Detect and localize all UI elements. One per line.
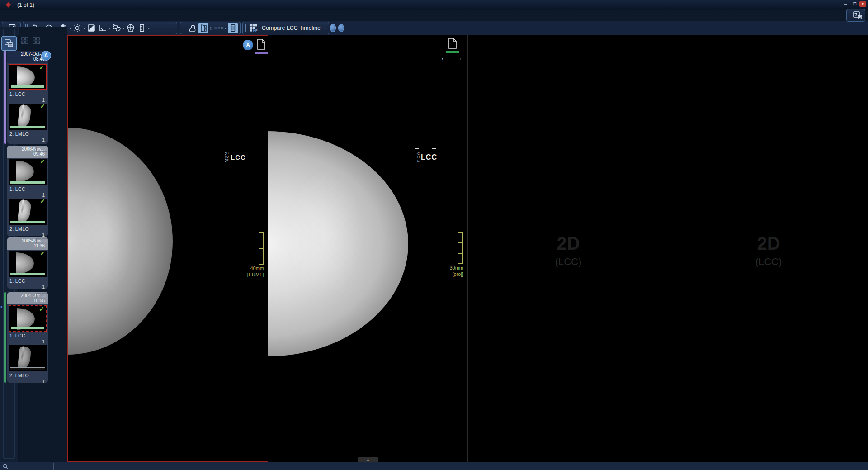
breast-mlo-image [17, 199, 31, 223]
caret-down-icon[interactable]: ▾ [148, 26, 150, 30]
document-underline-purple [255, 52, 268, 54]
thumbnail-label: 1. LCC [9, 186, 48, 192]
hanging-protocol-label[interactable]: Compare LCC Timeline [262, 25, 321, 31]
app-logo-icon [5, 2, 11, 8]
study-header[interactable]: 2007-Oct-... 08:46 A [7, 51, 48, 63]
ruler-mode: [proj] [436, 271, 463, 277]
scale-ruler [259, 232, 264, 265]
window-level-button[interactable] [72, 23, 82, 33]
viewport-4-empty[interactable]: 2D (LCC) [669, 35, 868, 462]
breast-marker-button[interactable] [187, 23, 197, 33]
thumbnail-lcc[interactable]: ✓ [9, 305, 47, 332]
page-1-box[interactable]: 1 [36, 238, 41, 243]
breast-measure-button[interactable] [198, 23, 208, 33]
thumbnail-lcc[interactable]: ✓ [9, 64, 47, 90]
study-group-2007: 2007-Oct-... 08:46 A ✓ 1. LCC 1 ✓ 2. LML… [1, 51, 48, 144]
tile-layout-button[interactable] [228, 23, 238, 33]
page-2-box[interactable]: 2 [42, 238, 47, 243]
check-icon: ✓ [40, 198, 45, 205]
breast-mlo-image [17, 346, 31, 370]
restore-button[interactable]: ❐ [851, 1, 858, 7]
stack-icon [230, 24, 236, 32]
view-label: LCC [231, 153, 246, 161]
angle-tool-button[interactable] [98, 23, 108, 33]
thumbnail-label: 2. LMLO [9, 373, 48, 378]
study-card[interactable]: 2004-Oct-... 10:55 1 2 ✓ 1. LCC 1 2. LML… [7, 292, 48, 383]
caret-down-icon[interactable]: ▾ [225, 26, 226, 30]
caret-down-icon[interactable]: ▾ [108, 26, 110, 30]
magnifier-status-icon[interactable] [2, 463, 9, 470]
thumbnail-label: 1. LCC [9, 278, 48, 284]
thumbnail-lmlo[interactable]: ✓ [9, 104, 47, 130]
hanging-protocol-button[interactable]: HP [249, 23, 259, 33]
timeline-back-arrow[interactable]: ← [440, 53, 448, 62]
close-button[interactable]: ✕ [859, 1, 866, 7]
caret-down-icon[interactable]: ▾ [69, 26, 71, 30]
viewport-2-prior-lcc[interactable]: ← → CUE LCC 30mm [proj] [268, 35, 468, 462]
study-time: 10:55 [7, 298, 45, 303]
progress-bar-empty [10, 367, 45, 370]
page-2-box[interactable]: 2 [42, 147, 47, 152]
report-flag[interactable] [446, 38, 459, 53]
study-time: 08:46 [7, 57, 45, 62]
check-icon: ✓ [40, 158, 45, 165]
previous-step-button[interactable]: ← [330, 24, 336, 32]
ruler-length: 30mm [436, 265, 463, 271]
thumbnail-lmlo[interactable] [9, 345, 47, 371]
study-header[interactable]: 2005-Nov... 11:36 1 2 [7, 237, 48, 250]
study-group-2004: 2004-Oct-... 10:55 1 2 ✓ 1. LCC 1 2. LML… [1, 292, 48, 383]
overview-grid-icon[interactable] [21, 37, 29, 44]
study-header[interactable]: 2006-Nov... 09:46 1 2 [7, 146, 48, 158]
view-label-group: CUE LCC [225, 152, 246, 162]
study-card[interactable]: 2007-Oct-... 08:46 A ✓ 1. LCC 1 ✓ 2. LML… [7, 51, 48, 144]
patient-images-button[interactable] [1, 36, 17, 51]
study-header[interactable]: 2004-Oct-... 10:55 1 2 [7, 292, 48, 304]
link-tool-button[interactable] [112, 23, 122, 33]
toolbar-grip[interactable] [245, 24, 246, 32]
close-image-button[interactable] [853, 10, 863, 21]
timeline-bar-green [4, 292, 6, 383]
minimize-button[interactable]: ─ [842, 1, 849, 7]
page-2-box[interactable]: 2 [42, 293, 47, 298]
progress-bar [10, 221, 45, 223]
breast-ruler-icon [199, 24, 208, 33]
hp-grid-text: HP [253, 29, 258, 32]
thumbnail-lcc[interactable]: ✓ [9, 251, 47, 277]
study-date: 2007-Oct-... [7, 52, 45, 57]
view-marker: CUE [225, 152, 229, 162]
mammogram-image-current [67, 128, 173, 355]
mip-head-button[interactable] [126, 23, 136, 33]
mammogram-image-prior [268, 131, 408, 356]
cad-button[interactable]: CAD [210, 23, 224, 33]
invert-button[interactable] [86, 23, 96, 33]
link-icon [112, 24, 122, 33]
thumbnail-label: 1. LCC [9, 333, 48, 338]
thumbnail-label: 2. LMLO [9, 131, 48, 137]
next-step-button[interactable]: → [338, 24, 344, 32]
page-1-box[interactable]: 1 [36, 147, 41, 152]
placeholder-2d: 2D [669, 233, 868, 254]
study-card[interactable]: 2005-Nov... 11:36 1 2 ✓ 1. LCC 1 [7, 237, 48, 289]
caret-down-icon[interactable]: ▾ [324, 26, 326, 30]
timeline-forward-arrow[interactable]: → [455, 53, 463, 62]
toolbar-grip[interactable] [183, 24, 184, 32]
page-1-box[interactable]: 1 [36, 293, 41, 298]
measure-card-button[interactable] [137, 23, 147, 33]
thumbnail-count: 1 [7, 192, 45, 198]
study-time: 11:36 [7, 243, 45, 248]
toolbar-grip[interactable] [849, 11, 851, 19]
angle-icon [99, 24, 107, 32]
overview-grid-alt-icon[interactable] [33, 37, 40, 44]
caret-down-icon[interactable]: ▾ [123, 26, 124, 30]
report-flag[interactable] [255, 38, 268, 54]
thumbnail-lcc[interactable]: ✓ [9, 159, 47, 185]
study-card[interactable]: 2006-Nov... 09:46 1 2 ✓ 1. LCC 1 ✓ 2. LM… [7, 146, 48, 236]
thumbnail-lmlo[interactable]: ✓ [9, 199, 47, 225]
study-group-2006: 2006-Nov... 09:46 1 2 ✓ 1. LCC 1 ✓ 2. LM… [1, 146, 48, 236]
viewport-3-empty[interactable]: 2D (LCC) [468, 35, 669, 462]
viewport-1-current-lcc[interactable]: A CUE LCC 40mm [ERMF] [67, 35, 268, 462]
progress-bar [10, 126, 45, 128]
caret-down-icon[interactable]: ▾ [83, 26, 85, 30]
check-icon: ✓ [40, 250, 45, 257]
timeline-bar-purple [4, 51, 6, 144]
